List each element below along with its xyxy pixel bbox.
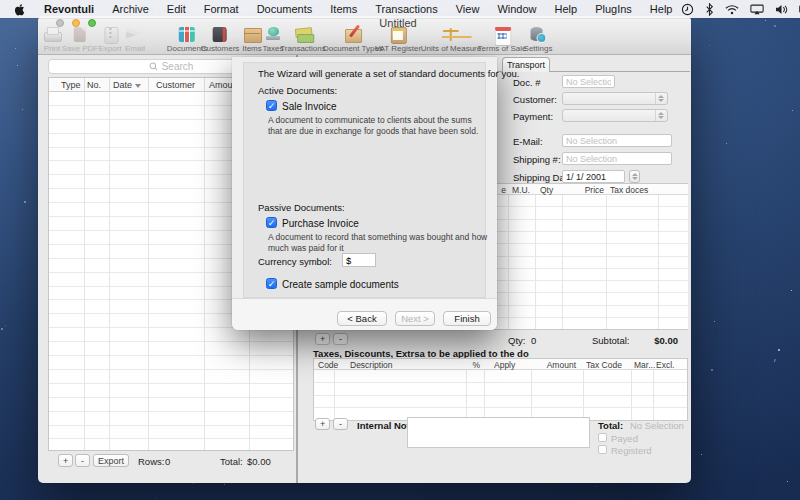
taxes-column-code[interactable]: Code bbox=[318, 360, 338, 370]
items-remove-button[interactable]: - bbox=[333, 333, 348, 345]
column-header-date[interactable]: Date bbox=[113, 80, 141, 90]
taxes-column-description[interactable]: Description bbox=[350, 360, 393, 370]
vat-register-icon bbox=[387, 26, 409, 43]
taxes-table-header: CodeDescription%ApplyAmountTax CodeMar..… bbox=[314, 359, 687, 370]
menu-format-3[interactable]: Format bbox=[195, 3, 248, 15]
menu-window-8[interactable]: Window bbox=[488, 3, 545, 15]
toolbar-label: Transactions bbox=[280, 44, 326, 53]
payed-checkbox[interactable] bbox=[598, 433, 607, 442]
shipping-number-label: Shipping #: bbox=[513, 154, 561, 165]
currency-symbol-input[interactable] bbox=[342, 253, 376, 267]
toolbar-units-of-measure[interactable]: Units of Measure bbox=[421, 26, 481, 53]
toolbar-transactions[interactable]: Transactions bbox=[280, 26, 326, 53]
toolbar-print[interactable]: Print bbox=[41, 26, 63, 53]
toolbar-customers[interactable]: Customers bbox=[201, 26, 240, 53]
menu-transactions-6[interactable]: Transactions bbox=[366, 3, 447, 15]
clock-icon[interactable] bbox=[681, 3, 694, 16]
add-row-button[interactable]: + bbox=[58, 454, 73, 467]
payment-select[interactable] bbox=[562, 109, 668, 122]
shipping-date-input[interactable] bbox=[562, 170, 625, 183]
sale-invoice-checkbox[interactable] bbox=[266, 100, 277, 111]
menu-items: RevontuliArchiveEditFormatDocumentsItems… bbox=[35, 3, 681, 15]
taxes-column-excl[interactable]: Excl. bbox=[656, 360, 674, 370]
taxes-column-amount[interactable]: Amount bbox=[547, 360, 576, 370]
doc-number-input[interactable] bbox=[562, 75, 615, 88]
email-label: E-Mail: bbox=[513, 136, 543, 147]
taxes-add-button[interactable]: + bbox=[315, 418, 330, 430]
passive-documents-label: Passive Documents: bbox=[258, 202, 345, 213]
toolbar-items[interactable]: Items bbox=[241, 26, 263, 53]
back-button[interactable]: < Back bbox=[337, 311, 387, 326]
taxes-remove-button[interactable]: - bbox=[333, 418, 348, 430]
items-column-m-u[interactable]: M.U. bbox=[512, 185, 530, 195]
items-column-qty[interactable]: Qty bbox=[540, 185, 553, 195]
remove-row-button[interactable]: - bbox=[75, 454, 90, 467]
items-add-button[interactable]: + bbox=[315, 333, 330, 345]
airplay-icon[interactable] bbox=[750, 4, 764, 15]
toolbar-label: Settings bbox=[524, 44, 553, 53]
taxes-column-tax-code[interactable]: Tax Code bbox=[586, 360, 622, 370]
menu-edit-2[interactable]: Edit bbox=[158, 3, 195, 15]
toolbar-label: Print bbox=[41, 44, 63, 53]
menu-items-5[interactable]: Items bbox=[321, 3, 366, 15]
menu-documents-4[interactable]: Documents bbox=[248, 3, 322, 15]
toolbar-save-pdf[interactable]: Save PDF bbox=[62, 26, 98, 53]
menu-plugins-10[interactable]: PlugIns bbox=[586, 3, 641, 15]
taxes-table-body bbox=[314, 370, 687, 420]
toolbar-settings[interactable]: Settings bbox=[524, 26, 553, 53]
sale-invoice-label: Sale Invoice bbox=[282, 101, 336, 112]
next-button[interactable]: Next > bbox=[395, 311, 435, 326]
toolbar-label: Save PDF bbox=[62, 44, 98, 53]
menu-bar-status: demo bbox=[681, 3, 800, 16]
email-input[interactable] bbox=[562, 134, 672, 147]
items-column-e[interactable]: e bbox=[501, 185, 506, 195]
search-placeholder: Search bbox=[162, 61, 194, 72]
toolbar-vat-register[interactable]: VAT Register bbox=[375, 26, 421, 53]
toolbar-label: Items bbox=[241, 44, 263, 53]
payment-label: Payment: bbox=[513, 111, 553, 122]
grand-total-value: No Selection bbox=[630, 420, 684, 431]
toolbar-label: Email bbox=[124, 44, 146, 53]
menu-view-7[interactable]: View bbox=[447, 3, 489, 15]
menu-help-11[interactable]: Help bbox=[641, 3, 682, 15]
items-column-price[interactable]: Price bbox=[585, 185, 604, 195]
taxes-column-mar[interactable]: Mar... bbox=[634, 360, 655, 370]
menu-bar: RevontuliArchiveEditFormatDocumentsItems… bbox=[0, 0, 800, 18]
column-header-type[interactable]: Type bbox=[61, 80, 81, 90]
settings-icon bbox=[527, 26, 549, 43]
export-button[interactable]: Export bbox=[93, 454, 129, 467]
menu-help-9[interactable]: Help bbox=[546, 3, 587, 15]
shipping-number-input[interactable] bbox=[562, 152, 672, 165]
export-icon bbox=[99, 26, 121, 43]
toolbar-export[interactable]: Export bbox=[98, 26, 121, 53]
menu-archive-1[interactable]: Archive bbox=[103, 3, 158, 15]
items-column-tax-doces[interactable]: Tax doces bbox=[610, 185, 648, 195]
subtotal-label: Subtotal: bbox=[592, 335, 630, 346]
document-types-icon bbox=[342, 26, 364, 43]
date-stepper[interactable] bbox=[629, 170, 640, 183]
toolbar-label: Units of Measure bbox=[421, 44, 481, 53]
active-documents-label: Active Documents: bbox=[258, 85, 337, 96]
finish-button[interactable]: Finish bbox=[443, 311, 491, 326]
taxes-column-apply[interactable]: Apply bbox=[494, 360, 515, 370]
items-icon bbox=[241, 26, 263, 43]
internal-notes-input[interactable] bbox=[407, 417, 590, 448]
bluetooth-icon[interactable] bbox=[705, 3, 714, 16]
menu-revontuli[interactable]: Revontuli bbox=[35, 3, 103, 15]
column-header-customer[interactable]: Customer bbox=[156, 80, 195, 90]
toolbar-terms-of-sale[interactable]: Terms of Sale bbox=[478, 26, 527, 53]
taxes-column-[interactable]: % bbox=[472, 360, 480, 370]
terms-of-sale-icon bbox=[491, 26, 513, 43]
customer-select[interactable] bbox=[562, 92, 668, 105]
purchase-invoice-checkbox[interactable] bbox=[266, 217, 277, 228]
registered-checkbox[interactable] bbox=[598, 445, 607, 454]
create-sample-checkbox[interactable] bbox=[266, 278, 277, 289]
volume-icon[interactable] bbox=[775, 4, 788, 15]
apple-icon[interactable] bbox=[14, 3, 25, 16]
toolbar-email[interactable]: Email bbox=[124, 26, 146, 53]
grand-total-label: Total: bbox=[598, 420, 623, 431]
toolbar-label: VAT Register bbox=[375, 44, 421, 53]
wizard-button-bar: < Back Next > Finish bbox=[232, 298, 497, 330]
wifi-icon[interactable] bbox=[725, 4, 739, 15]
column-header-no[interactable]: No. bbox=[87, 80, 101, 90]
